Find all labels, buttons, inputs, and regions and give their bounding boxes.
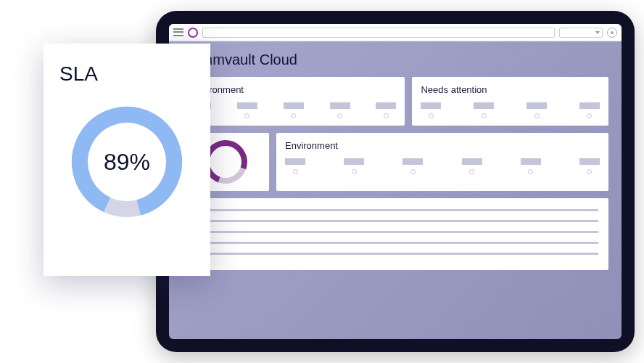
placeholder-line — [205, 220, 598, 222]
stat-item[interactable] — [284, 102, 304, 118]
card-title: Needs attention — [421, 84, 600, 95]
stat-item[interactable] — [474, 102, 494, 118]
context-dropdown[interactable] — [559, 28, 603, 38]
page-title: Commvault Cloud — [182, 52, 608, 68]
card-needs-attention[interactable]: Needs attention — [412, 77, 608, 126]
stat-item[interactable] — [285, 158, 305, 174]
list-item[interactable] — [192, 218, 598, 224]
card-title: Environment — [285, 140, 600, 151]
placeholder-line — [205, 242, 598, 244]
sla-label: SLA — [59, 62, 98, 86]
placeholder-line — [205, 253, 598, 255]
menu-icon[interactable] — [173, 28, 183, 38]
stat-item[interactable] — [237, 102, 257, 118]
tablet-screen: Commvault Cloud Environment Needs attent… — [169, 24, 622, 339]
chevron-down-icon — [595, 31, 600, 34]
sla-donut-chart: 89% — [65, 100, 189, 224]
dashboard-content: Commvault Cloud Environment Needs attent… — [169, 41, 622, 280]
brand-logo-icon[interactable] — [188, 28, 198, 38]
placeholder-line — [205, 231, 598, 233]
stat-item[interactable] — [344, 158, 364, 174]
stat-item[interactable] — [462, 158, 482, 174]
sla-value: 89% — [104, 149, 150, 176]
top-bar — [169, 24, 622, 41]
card-environment-1[interactable]: Environment — [182, 77, 405, 126]
list-item[interactable] — [192, 250, 598, 257]
list-item[interactable] — [192, 207, 598, 213]
stat-item[interactable] — [421, 102, 441, 118]
stat-item[interactable] — [527, 102, 547, 118]
card-title: Environment — [191, 84, 396, 95]
user-avatar-icon[interactable] — [607, 28, 617, 38]
tablet-frame: Commvault Cloud Environment Needs attent… — [156, 11, 635, 352]
stat-item[interactable] — [521, 158, 541, 174]
list-item[interactable] — [192, 240, 598, 246]
list-item[interactable] — [192, 229, 598, 235]
search-input[interactable] — [202, 28, 555, 38]
placeholder-line — [205, 209, 598, 211]
card-environment-2[interactable]: Environment — [276, 133, 608, 191]
stat-item[interactable] — [402, 158, 423, 174]
stat-item[interactable] — [579, 158, 600, 174]
stat-item[interactable] — [376, 102, 396, 118]
stat-item[interactable] — [579, 102, 600, 118]
sla-card: SLA 89% — [44, 44, 210, 276]
stat-item[interactable] — [330, 102, 350, 118]
card-list[interactable] — [182, 198, 608, 270]
